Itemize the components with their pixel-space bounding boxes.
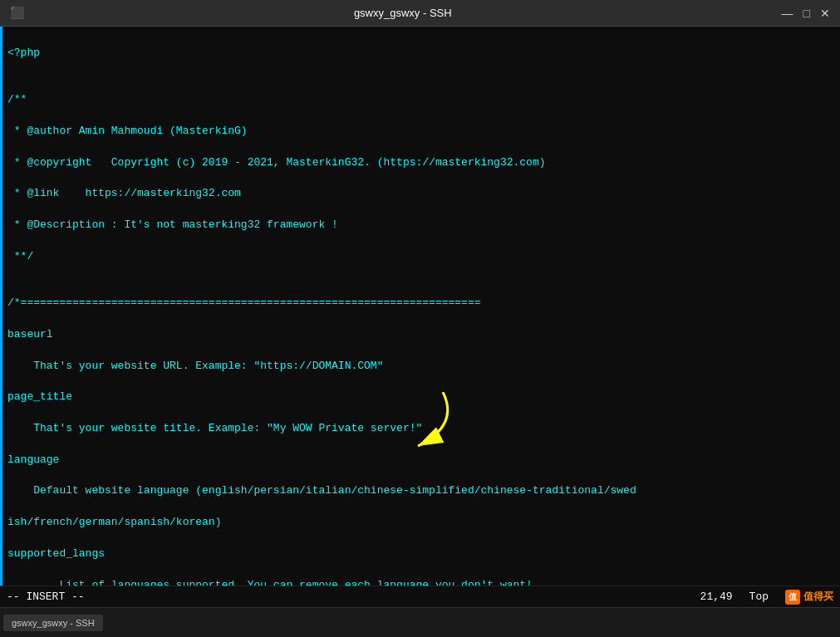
scroll-position: Top [749, 590, 769, 603]
minimize-button[interactable]: — [782, 7, 793, 19]
maximize-button[interactable]: □ [803, 7, 810, 19]
title-bar-left: ⬛ [10, 6, 24, 20]
title-bar: ⬛ gswxy_gswxy - SSH — □ ✕ [0, 0, 840, 27]
editor-mode: -- INSERT -- [7, 590, 85, 603]
terminal-area[interactable]: <?php /** * @author Amin Mahmoudi (Maste… [0, 27, 840, 586]
watermark: 值 值得买 [785, 590, 833, 605]
status-bar: -- INSERT -- 21,49 Top 值 值得买 [0, 586, 840, 607]
window-controls: — □ ✕ [782, 7, 830, 19]
terminal-icon: ⬛ [10, 6, 24, 20]
code-content: <?php /** * @author Amin Mahmoudi (Maste… [7, 30, 835, 586]
cursor-position: 21,49 [700, 590, 733, 603]
status-right: 21,49 Top 值 值得买 [700, 590, 833, 605]
taskbar-ssh-button[interactable]: gswxy_gswxy - SSH [3, 615, 103, 631]
window-title: gswxy_gswxy - SSH [354, 7, 452, 19]
watermark-icon: 值 [785, 590, 800, 605]
watermark-text: 值得买 [803, 590, 833, 604]
close-button[interactable]: ✕ [820, 7, 830, 19]
taskbar: gswxy_gswxy - SSH [0, 607, 840, 637]
